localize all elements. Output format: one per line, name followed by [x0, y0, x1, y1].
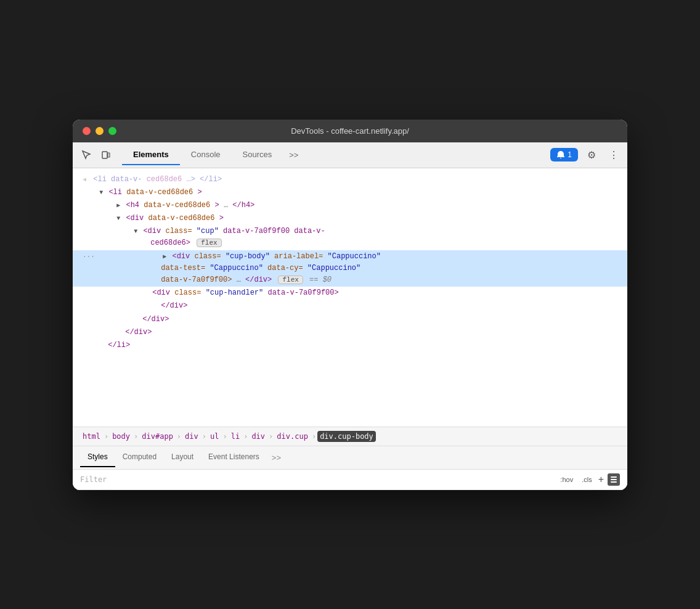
filter-actions: :hov .cls + [558, 473, 620, 486]
breadcrumb-div1[interactable]: div [182, 431, 201, 442]
flex-badge: flex [197, 239, 221, 247]
tab-styles[interactable]: Styles [80, 448, 115, 467]
dom-line-cup-body[interactable]: ··· ▶ <div class= "cup-body" aria-label=… [73, 250, 627, 287]
toolbar-icon-group [78, 146, 115, 163]
expand-arrow[interactable]: ▼ [99, 189, 103, 196]
minimize-button[interactable] [96, 127, 104, 135]
breadcrumb-html[interactable]: html [80, 431, 103, 442]
settings-button[interactable]: ⚙ [583, 146, 600, 163]
dollar-ref: == $0 [309, 276, 332, 284]
tab-sources[interactable]: Sources [232, 145, 283, 165]
svg-rect-4 [611, 481, 617, 483]
more-style-tabs-button[interactable]: >> [272, 453, 281, 462]
filter-bar: :hov .cls + [73, 470, 627, 490]
breadcrumb-divcupbody[interactable]: div.cup-body [317, 431, 376, 442]
dom-line-close-li[interactable]: </li> [73, 339, 627, 352]
toolbar: Elements Console Sources >> 1 ⚙ ⋮ [73, 142, 627, 168]
breadcrumb-divapp[interactable]: div#app [139, 431, 176, 442]
tab-elements[interactable]: Elements [122, 145, 180, 165]
styles-panel-tabs: Styles Computed Layout Event Listeners >… [73, 446, 627, 470]
close-button[interactable] [83, 127, 91, 135]
tab-layout[interactable]: Layout [164, 448, 201, 467]
notification-count: 1 [568, 150, 572, 159]
expand-arrow-h4[interactable]: ▶ [116, 202, 120, 209]
maximize-button[interactable] [108, 127, 116, 135]
breadcrumb-body[interactable]: body [110, 431, 132, 442]
more-options-button[interactable]: ⋮ [605, 146, 622, 163]
element-picker-button[interactable] [78, 146, 95, 163]
dom-line-close3[interactable]: </div> [73, 326, 627, 339]
dom-line-cup-handler[interactable]: <div class= "cup-handler" data-v-7a0f9f0… [73, 287, 627, 300]
dom-line-top-faded[interactable]: ◀ <li data-v- ced68de6 …> </li> [73, 173, 627, 186]
dom-line-close2[interactable]: </div> [73, 313, 627, 326]
dom-line-div-cup[interactable]: ▼ <div class= "cup" data-v-7a0f9f00 data… [73, 225, 627, 250]
breadcrumb-bar: html › body › div#app › div › ul › li › … [73, 427, 627, 446]
breadcrumb-ul[interactable]: ul [208, 431, 221, 442]
svg-rect-0 [102, 152, 107, 158]
dom-panel: ◀ <li data-v- ced68de6 …> </li> ▼ <li da… [73, 168, 627, 427]
window-title: DevTools - coffee-cart.netlify.app/ [291, 126, 409, 136]
add-style-button[interactable]: + [598, 474, 604, 485]
traffic-lights [83, 127, 116, 135]
filter-input[interactable] [80, 475, 553, 484]
svg-rect-1 [108, 153, 110, 157]
panel-toggle-button[interactable] [608, 473, 620, 486]
breadcrumb-divcup[interactable]: div.cup [274, 431, 311, 442]
svg-rect-2 [611, 476, 617, 478]
expand-arrow-cupbody[interactable]: ▶ [163, 253, 166, 260]
dom-line-close1[interactable]: </div> [73, 300, 627, 313]
dom-line-div-outer[interactable]: ▼ <div data-v-ced68de6 > [73, 212, 627, 225]
dom-line-li[interactable]: ▼ <li data-v-ced68de6 > [73, 186, 627, 199]
dom-line-h4[interactable]: ▶ <h4 data-v-ced68de6 > … </h4> [73, 199, 627, 212]
breadcrumb-div2[interactable]: div [249, 431, 267, 442]
tab-console[interactable]: Console [180, 145, 232, 165]
title-bar: DevTools - coffee-cart.netlify.app/ [73, 120, 627, 142]
more-tabs-button[interactable]: >> [285, 148, 302, 162]
cls-button[interactable]: .cls [579, 475, 595, 484]
expand-arrow-div[interactable]: ▼ [116, 215, 120, 222]
dots-indicator: ··· [83, 253, 95, 260]
breadcrumb-li[interactable]: li [229, 431, 242, 442]
tab-event-listeners[interactable]: Event Listeners [201, 448, 267, 467]
devtools-window: DevTools - coffee-cart.netlify.app/ Elem… [73, 120, 627, 490]
flex-badge-cupbody: flex [278, 276, 303, 284]
toolbar-right: 1 ⚙ ⋮ [550, 146, 622, 163]
notification-button[interactable]: 1 [550, 148, 578, 161]
hov-button[interactable]: :hov [558, 475, 576, 484]
device-toggle-button[interactable] [97, 146, 115, 163]
svg-rect-3 [611, 479, 617, 480]
expand-arrow-cup[interactable]: ▼ [134, 228, 137, 235]
main-tabs: Elements Console Sources [122, 145, 283, 165]
tab-computed[interactable]: Computed [115, 448, 164, 467]
